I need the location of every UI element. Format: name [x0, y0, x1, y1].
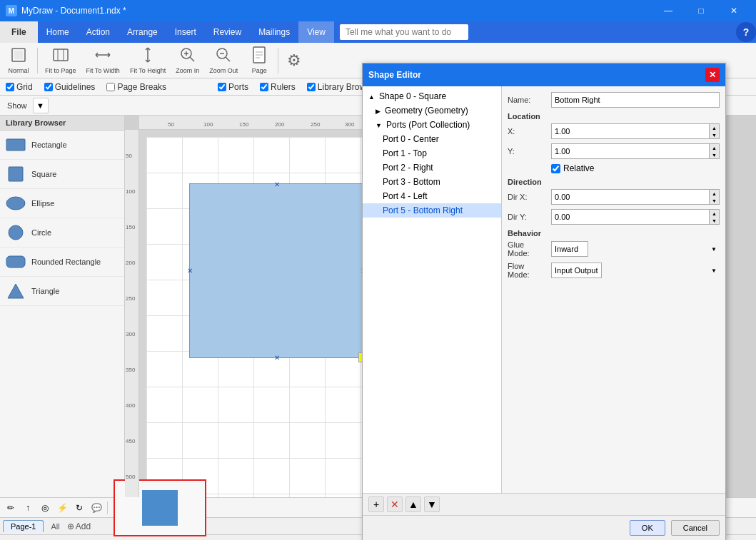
menu-insert[interactable]: Insert	[166, 21, 205, 43]
ellipse-label: Ellipse	[31, 199, 54, 208]
tree-port3[interactable]: Port 3 - Bottom	[363, 175, 501, 189]
menu-action[interactable]: Action	[78, 21, 119, 43]
fit-width-icon	[94, 46, 111, 66]
menu-review[interactable]: Review	[205, 21, 250, 43]
name-input[interactable]	[551, 92, 720, 108]
fit-width-button[interactable]: Fit To Width	[82, 45, 124, 76]
dialog-tree: ▲ Shape 0 - Square ▶ Geometry (Geometry)…	[363, 86, 502, 493]
dialog-close-button[interactable]: ✕	[705, 68, 720, 82]
shape-item-ellipse[interactable]: Ellipse	[0, 189, 124, 218]
bt-lightning-btn[interactable]: ⚡	[54, 500, 70, 516]
sidebar: Library Browser Rectangle Square Ellipse	[0, 116, 125, 497]
square-label: Square	[31, 170, 56, 178]
dialog-add-button[interactable]: +	[368, 496, 384, 512]
relative-checkbox[interactable]	[551, 164, 560, 173]
y-spinbox[interactable]: ▲ ▼	[551, 143, 720, 159]
x-input[interactable]	[555, 127, 716, 136]
page1-tab[interactable]: Page-1	[3, 520, 44, 532]
bt-rotate-btn[interactable]: ↻	[71, 500, 87, 516]
help-button[interactable]: ?	[736, 22, 756, 42]
menu-file[interactable]: File	[0, 21, 38, 43]
relative-row: Relative	[508, 163, 720, 173]
shape-editor-dialog[interactable]: Shape Editor ✕ ▲ Shape 0 - Square ▶ Geom…	[362, 63, 726, 540]
minimize-button[interactable]: —	[652, 0, 685, 21]
diry-increment-btn[interactable]: ▲	[710, 210, 719, 217]
search-input[interactable]	[340, 24, 468, 40]
y-decrement-btn[interactable]: ▼	[710, 151, 719, 158]
bt-circle-btn[interactable]: ◎	[37, 500, 53, 516]
gear-icon[interactable]: ⚙	[281, 51, 307, 70]
page-button[interactable]: Page	[243, 45, 275, 76]
dialog-down-button[interactable]: ▼	[424, 496, 440, 512]
tree-ports[interactable]: ▼ Ports (Port Collection)	[363, 118, 501, 132]
triangle-label: Triangle	[31, 287, 59, 295]
show-dropdown-btn[interactable]: ▼	[33, 98, 49, 113]
x-spinbox[interactable]: ▲ ▼	[551, 123, 720, 139]
maximize-button[interactable]: □	[685, 0, 717, 21]
shape-item-triangle[interactable]: Triangle	[0, 277, 124, 306]
menu-mailings[interactable]: Mailings	[250, 21, 298, 43]
rulers-checkbox[interactable]: Rulers	[260, 82, 296, 92]
bt-chat-btn[interactable]: 💬	[89, 500, 104, 516]
svg-rect-7	[6, 139, 25, 151]
page-breaks-checkbox[interactable]: Page Breaks	[106, 82, 166, 92]
diry-input[interactable]	[555, 213, 716, 221]
y-label: Y:	[508, 147, 547, 156]
menu-arrange[interactable]: Arrange	[119, 21, 166, 43]
svg-point-9	[6, 197, 25, 210]
zoom-in-button[interactable]: Zoom In	[171, 45, 203, 76]
close-button[interactable]: ✕	[717, 0, 750, 21]
tree-port1[interactable]: Port 1 - Top	[363, 146, 501, 161]
diry-spinbox[interactable]: ▲ ▼	[551, 209, 720, 225]
menu-view[interactable]: View	[298, 21, 334, 43]
tree-geometry[interactable]: ▶ Geometry (Geometry)	[363, 103, 501, 118]
normal-button[interactable]: Normal	[3, 45, 34, 76]
shape-item-rectangle[interactable]: Rectangle	[0, 131, 124, 160]
y-increment-btn[interactable]: ▲	[710, 144, 719, 151]
diry-decrement-btn[interactable]: ▼	[710, 217, 719, 224]
flow-mode-select[interactable]: Input Output Input Output None	[551, 263, 602, 278]
relative-checkbox-label[interactable]: Relative	[551, 163, 594, 173]
zoom-out-button[interactable]: Zoom Out	[205, 45, 242, 76]
fit-page-button[interactable]: Fit to Page	[41, 45, 81, 76]
tree-port5[interactable]: Port 5 - Bottom Right	[363, 203, 501, 218]
dirx-decrement-btn[interactable]: ▼	[710, 197, 719, 204]
shape-item-circle[interactable]: Circle	[0, 218, 124, 248]
add-tab-button[interactable]: ⊕ Add	[67, 521, 91, 531]
ruler-v-250: 250	[126, 295, 135, 302]
tree-port0-label: Port 0 - Center	[383, 134, 439, 144]
grid-checkbox[interactable]: Grid	[6, 82, 33, 92]
ruler-v-150: 150	[126, 224, 135, 230]
svg-rect-8	[9, 167, 23, 181]
y-input[interactable]	[555, 147, 716, 156]
glue-mode-select[interactable]: Inward Outward None	[551, 241, 588, 257]
x-decrement-btn[interactable]: ▼	[710, 131, 719, 138]
svg-line-5	[226, 57, 230, 61]
dialog-delete-button[interactable]: ✕	[387, 496, 403, 512]
dirx-spinbox[interactable]: ▲ ▼	[551, 189, 720, 205]
canvas-shape[interactable]: ✕ ✕ ✕ ✕	[189, 183, 364, 358]
dirx-increment-btn[interactable]: ▲	[710, 190, 719, 197]
tree-port5-label: Port 5 - Bottom Right	[383, 205, 463, 215]
ok-button[interactable]: OK	[630, 520, 665, 536]
fit-height-button[interactable]: Fit To Height	[126, 45, 170, 76]
tree-port0[interactable]: Port 0 - Center	[363, 132, 501, 146]
ruler-corner	[125, 116, 139, 130]
dialog-up-button[interactable]: ▲	[405, 496, 421, 512]
tree-port2[interactable]: Port 2 - Right	[363, 161, 501, 175]
ports-checkbox[interactable]: Ports	[218, 82, 248, 92]
cancel-button[interactable]: Cancel	[671, 520, 720, 536]
shape-item-square[interactable]: Square	[0, 160, 124, 189]
shape-item-rounded-rectangle[interactable]: Rounded Rectangle	[0, 248, 124, 277]
all-tab[interactable]: All	[46, 521, 64, 532]
guidelines-checkbox[interactable]: Guidelines	[44, 82, 96, 92]
tree-port4[interactable]: Port 4 - Left	[363, 189, 501, 203]
tree-shape0[interactable]: ▲ Shape 0 - Square	[363, 89, 501, 103]
dirx-input[interactable]	[555, 193, 716, 201]
menu-home[interactable]: Home	[38, 21, 78, 43]
direction-section: Direction	[508, 178, 720, 186]
bt-pencil-btn[interactable]: ✏	[3, 500, 19, 516]
x-increment-btn[interactable]: ▲	[710, 124, 719, 131]
ruler-h-100: 100	[203, 121, 213, 128]
bt-up-btn[interactable]: ↑	[20, 500, 36, 516]
